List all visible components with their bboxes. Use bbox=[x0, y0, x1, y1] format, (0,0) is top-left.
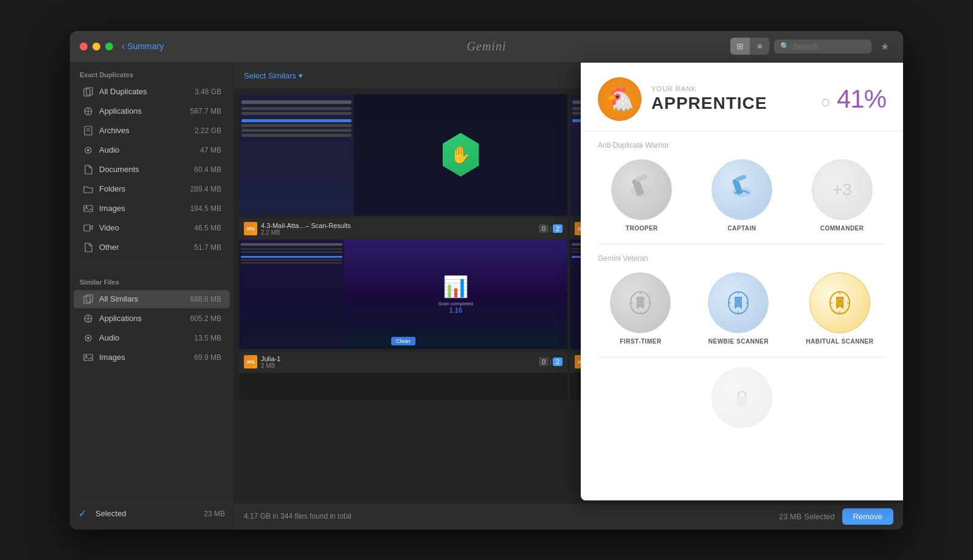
next-section-partial bbox=[581, 358, 903, 428]
image-icon bbox=[82, 202, 94, 215]
grid-view-button[interactable]: ⊞ bbox=[730, 38, 750, 55]
julia-name: Julia-1 bbox=[261, 355, 535, 362]
main-window: ‹ Summary Gemini ⊞ ≡ 🔍 ★ bbox=[70, 31, 903, 530]
maximize-button[interactable] bbox=[105, 43, 113, 50]
titlebar-right: ⊞ ≡ 🔍 ★ bbox=[730, 38, 893, 55]
sidebar-item-applications-similar[interactable]: Applications 605.2 MB bbox=[74, 309, 230, 328]
grid-item-scan-results[interactable]: JPG 4.3-Mail-Atta…– Scan-Results 2.2 MB … bbox=[239, 218, 567, 349]
grid-item-privacy[interactable]: ✋ bbox=[239, 94, 567, 216]
applications-label: Applications bbox=[99, 106, 190, 116]
julia-copies: 0 | 2 bbox=[539, 358, 563, 366]
other-size: 51.7 MB bbox=[194, 243, 221, 252]
selected-label: Selected bbox=[95, 509, 204, 518]
sidebar-item-audio-similar[interactable]: Audio 13.5 MB bbox=[74, 329, 230, 347]
close-button[interactable] bbox=[80, 43, 88, 50]
grid-item-julia[interactable]: JPG Julia-1 2 MB 0 | 2 bbox=[239, 351, 567, 400]
all-similars-size: 688.6 MB bbox=[190, 295, 221, 303]
julia-thumb: JPG bbox=[244, 355, 257, 368]
svg-rect-27 bbox=[735, 174, 747, 182]
titlebar: ‹ Summary Gemini ⊞ ≡ 🔍 ★ bbox=[70, 31, 903, 63]
audio-similar-size: 13.5 MB bbox=[194, 334, 221, 342]
badge-habitual-scanner: HABITUAL SCANNER bbox=[806, 272, 873, 345]
svg-rect-12 bbox=[84, 225, 90, 231]
audio-size: 47 MB bbox=[200, 146, 221, 154]
traffic-lights bbox=[80, 43, 113, 50]
sidebar-item-applications[interactable]: Applications 587.7 MB bbox=[74, 102, 230, 120]
select-similars-label: Select Similars ▾ bbox=[244, 71, 303, 80]
archive-icon bbox=[82, 125, 94, 137]
favorites-button[interactable]: ★ bbox=[876, 38, 893, 55]
similar-all-icon bbox=[82, 293, 94, 305]
achievement-header: 🐔 YOUR RANK APPRENTICE ○ 41% bbox=[581, 63, 903, 131]
svg-point-19 bbox=[87, 337, 89, 339]
privacy-preview-bg: ✋ bbox=[239, 94, 567, 216]
gemini-veteran-section: Gemini Veteran bbox=[581, 244, 903, 357]
badge-partial-1 bbox=[712, 367, 772, 428]
documents-size: 60.4 MB bbox=[194, 165, 221, 174]
audio-similar-icon bbox=[82, 332, 94, 344]
habitual-scanner-label: HABITUAL SCANNER bbox=[806, 338, 873, 345]
grid-preview-scan: 📊 Scan completed 1.16 Clean bbox=[239, 240, 567, 349]
images-label-exact: Images bbox=[99, 204, 190, 213]
archives-size: 2.22 GB bbox=[195, 126, 221, 135]
habitual-scanner-circle bbox=[809, 272, 870, 333]
percent-circle: ○ bbox=[820, 92, 830, 111]
video-size: 46.5 MB bbox=[194, 224, 221, 232]
view-toggle: ⊞ ≡ bbox=[730, 38, 769, 55]
search-box: 🔍 bbox=[774, 40, 871, 54]
other-label: Other bbox=[99, 243, 194, 252]
sidebar-divider bbox=[78, 263, 225, 264]
badges-row-veteran: FIRST-TIMER bbox=[598, 272, 886, 357]
sidebar-item-other[interactable]: Other 51.7 MB bbox=[74, 238, 230, 257]
list-view-button[interactable]: ≡ bbox=[750, 38, 769, 55]
julia-copy-total: 2 bbox=[553, 358, 563, 366]
sidebar-item-all-similars[interactable]: All Similars 688.6 MB bbox=[74, 290, 230, 308]
images-size-exact: 184.5 MB bbox=[190, 204, 221, 213]
commander-circle: +3 bbox=[812, 159, 873, 220]
rank-info: YOUR RANK APPRENTICE bbox=[651, 85, 811, 113]
julia-header: JPG Julia-1 2 MB 0 | 2 bbox=[239, 351, 567, 373]
status-bar: 4.17 GB in 344 files found in total 23 M… bbox=[234, 503, 903, 530]
newbie-scanner-circle bbox=[708, 272, 769, 333]
anti-duplicate-section: Anti-Duplicate Warrior TROOPER bbox=[581, 131, 903, 244]
badge-commander: +3 COMMANDER bbox=[812, 159, 873, 232]
grid-icon: ⊞ bbox=[736, 41, 744, 51]
sidebar-item-images-exact[interactable]: Images 184.5 MB bbox=[74, 199, 230, 218]
rank-label: YOUR RANK bbox=[651, 85, 811, 92]
video-label: Video bbox=[99, 223, 194, 232]
plus-three-text: +3 bbox=[833, 180, 852, 199]
archives-label: Archives bbox=[99, 126, 195, 135]
app-similar-icon bbox=[82, 313, 94, 325]
sidebar-item-images-similar[interactable]: Images 69.9 MB bbox=[74, 348, 230, 367]
remove-button[interactable]: Remove bbox=[842, 508, 893, 525]
minimize-button[interactable] bbox=[92, 43, 100, 50]
sidebar-item-documents[interactable]: Documents 60.4 MB bbox=[74, 161, 230, 179]
search-input[interactable] bbox=[793, 42, 865, 51]
rank-mascot: 🐔 bbox=[598, 77, 642, 121]
captain-circle bbox=[712, 159, 772, 220]
image-similar-icon bbox=[82, 351, 94, 364]
sidebar-item-folders[interactable]: Folders 289.4 MB bbox=[74, 180, 230, 198]
scan-results-header: JPG 4.3-Mail-Atta…– Scan-Results 2.2 MB … bbox=[239, 218, 567, 240]
similar-files-heading: Similar Files bbox=[70, 270, 234, 289]
back-button[interactable]: ‹ Summary bbox=[122, 41, 164, 52]
first-timer-label: FIRST-TIMER bbox=[620, 338, 661, 345]
scan-results-name: 4.3-Mail-Atta…– Scan-Results bbox=[261, 222, 535, 229]
sidebar-item-video[interactable]: Video 46.5 MB bbox=[74, 219, 230, 237]
total-files-text: 4.17 GB in 344 files found in total bbox=[244, 512, 779, 520]
folder-icon bbox=[82, 183, 94, 195]
duplicate-icon bbox=[82, 86, 94, 98]
copy-total: 2 bbox=[553, 224, 563, 233]
images-similar-size: 69.9 MB bbox=[194, 353, 221, 362]
gemini-veteran-title: Gemini Veteran bbox=[598, 254, 886, 263]
scan-results-info: 4.3-Mail-Atta…– Scan-Results 2.2 MB bbox=[261, 222, 535, 236]
sidebar: Exact Duplicates All Duplicates 3.48 GB … bbox=[70, 63, 234, 530]
sidebar-item-all-duplicates[interactable]: All Duplicates 3.48 GB bbox=[74, 83, 230, 101]
selected-count-text: 23 MB Selected bbox=[779, 512, 835, 521]
sidebar-item-audio[interactable]: Audio 47 MB bbox=[74, 141, 230, 159]
select-similars-button[interactable]: Select Similars ▾ bbox=[244, 71, 303, 80]
sidebar-item-archives[interactable]: Archives 2.22 GB bbox=[74, 122, 230, 140]
julia-size: 2 MB bbox=[261, 362, 535, 369]
rank-percent: ○ 41% bbox=[820, 85, 886, 114]
back-label: Summary bbox=[127, 41, 164, 51]
